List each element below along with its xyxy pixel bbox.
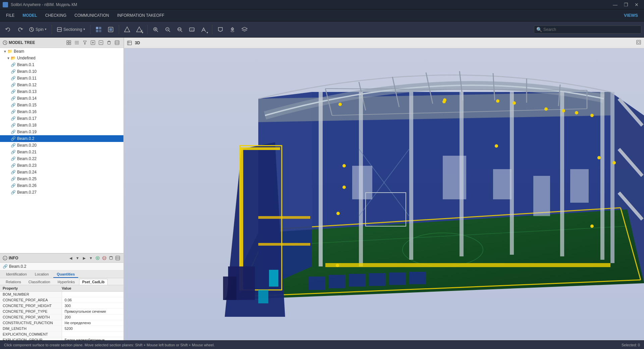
list-item[interactable]: 🔗 Beam.0.19 [0, 129, 123, 135]
list-item[interactable]: 🔗 Beam.0.10 [0, 68, 123, 75]
views-button[interactable]: VIEWS [621, 11, 641, 19]
list-item[interactable]: 🔗 Beam.0.16 [0, 108, 123, 115]
info-forward-button[interactable]: ▶ [81, 255, 87, 261]
list-item[interactable]: 🔗 Beam.0.14 [0, 95, 123, 102]
restore-button[interactable]: ❐ [621, 1, 631, 8]
tree-item-beam-root[interactable]: ▼ 📁 Beam [0, 48, 123, 55]
list-item[interactable]: 🔗 Beam.0.13 [0, 88, 123, 95]
minimize-button[interactable]: — [610, 1, 620, 8]
info-table: Property Value BOM_NUMBER CONCRETE_PROF_… [0, 285, 123, 340]
zoom-actual-button[interactable]: 1:1 [186, 24, 197, 35]
list-item[interactable]: 🔗 Beam.0.27 [0, 189, 123, 196]
subtab-relations[interactable]: Relations [3, 279, 24, 285]
list-item[interactable]: 🔗 Beam.0.25 [0, 176, 123, 182]
toolbar: Spin ▼ Sectioning ▼ ▼ 1:1 ▼ [0, 21, 644, 38]
tree-item-selected-label: Beam.0.2 [17, 136, 34, 141]
close-button[interactable]: ✕ [632, 1, 641, 8]
tree-item-selected[interactable]: 🔗 Beam.0.2 [0, 135, 123, 142]
list-item[interactable]: 🔗 Beam.0.17 [0, 115, 123, 122]
table-row: CONCRETE_PROF_WIDTH 200 [0, 314, 123, 320]
tree-list-button[interactable] [73, 39, 80, 46]
search-input[interactable] [542, 27, 639, 33]
svg-rect-126 [329, 275, 345, 288]
info-title-group: i INFO [3, 256, 18, 260]
info-add-note-button[interactable] [95, 255, 101, 261]
tab-identification[interactable]: Identification [3, 271, 30, 278]
menu-information-takeoff[interactable]: INFORMATION TAKEOFF [114, 12, 168, 19]
info-dropdown2-button[interactable]: ▼ [88, 255, 94, 261]
list-item[interactable]: 🔗 Beam.0.15 [0, 102, 123, 108]
prop-concrete-prof-height: CONCRETE_PROF_HEIGHT [0, 303, 62, 308]
tab-quantities[interactable]: Quantities [53, 271, 78, 278]
tree-settings-button[interactable] [113, 39, 121, 46]
undo-button[interactable] [3, 24, 13, 35]
svg-rect-88 [560, 92, 564, 256]
spin-arrow: ▼ [44, 28, 47, 31]
list-item[interactable]: 🔗 Beam.0.11 [0, 75, 123, 82]
menu-checking[interactable]: CHECKING [42, 12, 70, 19]
zoom-in-button[interactable] [150, 24, 161, 35]
svg-rect-132 [258, 290, 268, 303]
shape-button-1[interactable] [122, 24, 132, 35]
svg-rect-39 [108, 42, 110, 44]
svg-point-121 [336, 212, 340, 215]
info-remove-button[interactable] [101, 255, 107, 261]
val-concrete-prof-width: 200 [62, 314, 124, 320]
tree-item-label: Beam.0.16 [17, 109, 37, 114]
tree-item-label: Beam.0.22 [17, 156, 37, 161]
beam-icon: 🔗 [11, 150, 16, 154]
tree-delete-button[interactable] [105, 39, 113, 46]
sectioning-dropdown[interactable]: Sectioning ▼ [55, 26, 88, 33]
list-item[interactable]: 🔗 Beam.0.24 [0, 169, 123, 176]
svg-rect-127 [349, 274, 366, 287]
tree-filter-button[interactable] [81, 39, 89, 46]
beam-icon: 🔗 [11, 116, 16, 121]
info-toolbar: ◀ ▼ ▶ ▼ [68, 255, 121, 261]
list-item[interactable]: 🔗 Beam.0.18 [0, 122, 123, 129]
tree-add-button[interactable] [89, 39, 97, 46]
tree-expand-button[interactable] [65, 39, 72, 46]
tree-item-label: Beam.0.13 [17, 89, 37, 94]
svg-rect-85 [409, 92, 413, 260]
info-selected-item: 🔗 Beam.0.2 [0, 263, 123, 270]
info-back-button[interactable]: ◀ [68, 255, 74, 261]
location-button[interactable] [227, 24, 238, 35]
shape-button-2[interactable]: ▼ [134, 24, 145, 35]
list-item[interactable]: 🔗 Beam.0.26 [0, 182, 123, 189]
redo-button[interactable] [15, 24, 25, 35]
info-delete-button[interactable] [108, 255, 114, 261]
status-hint: Click component surface to create sectio… [4, 343, 215, 347]
components-button[interactable] [93, 24, 104, 35]
subtab-pset-cadlib[interactable]: Pset_CadLib [79, 279, 108, 285]
measure-button[interactable]: ▼ [199, 24, 209, 35]
spin-dropdown[interactable]: Spin ▼ [27, 26, 49, 33]
clip-button[interactable] [215, 24, 226, 35]
zoom-out-button[interactable] [174, 24, 185, 35]
menu-communication[interactable]: COMMUNICATION [71, 12, 112, 19]
beam-icon: 🔗 [11, 156, 16, 161]
tree-item-label: Beam.0.20 [17, 143, 37, 148]
tree-remove-button[interactable] [97, 39, 105, 46]
tab-location[interactable]: Location [32, 271, 52, 278]
component-highlight-button[interactable] [105, 24, 116, 35]
list-item[interactable]: 🔗 Beam.0.20 [0, 142, 123, 149]
info-dropdown-button[interactable]: ▼ [74, 255, 80, 261]
list-item[interactable]: 🔗 Beam.0.1 [0, 61, 123, 68]
tree-item-undefined[interactable]: ▼ 📂 Undefined [0, 55, 123, 61]
layers-button[interactable] [239, 24, 250, 35]
subtab-classification[interactable]: Classification [25, 279, 53, 285]
viewport-3d[interactable] [124, 48, 644, 340]
subtab-hyperlinks[interactable]: Hyperlinks [55, 279, 78, 285]
tree-item-label: Beam.0.12 [17, 83, 37, 87]
maximize-button[interactable] [636, 40, 641, 46]
info-settings-button[interactable] [115, 255, 121, 261]
svg-rect-51 [116, 256, 120, 260]
menu-model[interactable]: MODEL [19, 12, 40, 19]
list-item[interactable]: 🔗 Beam.0.12 [0, 82, 123, 88]
list-item[interactable]: 🔗 Beam.0.23 [0, 162, 123, 169]
list-item[interactable]: 🔗 Beam.0.22 [0, 155, 123, 162]
zoom-fit-button[interactable] [162, 24, 173, 35]
menu-file[interactable]: FILE [3, 12, 18, 19]
svg-point-107 [338, 103, 342, 106]
list-item[interactable]: 🔗 Beam.0.21 [0, 149, 123, 155]
